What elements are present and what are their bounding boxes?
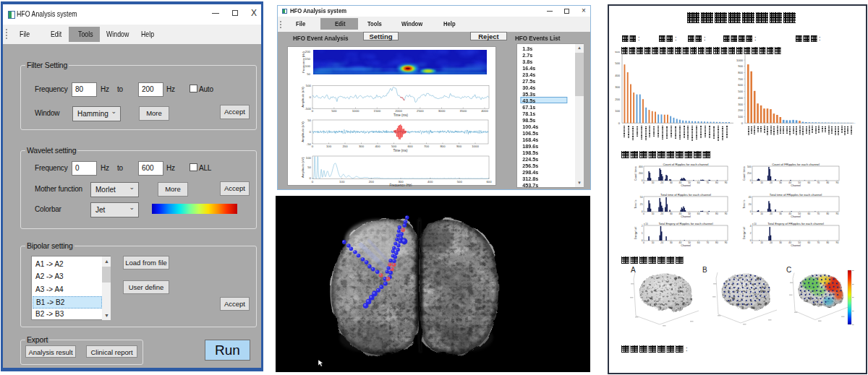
- svg-text:20: 20: [770, 212, 773, 215]
- svg-text:100: 100: [306, 156, 312, 160]
- svg-text:50: 50: [798, 212, 801, 215]
- svg-text:80: 80: [715, 241, 718, 244]
- svg-text:50: 50: [688, 241, 691, 244]
- svg-text:90: 90: [836, 212, 839, 215]
- svg-text:200: 200: [369, 180, 375, 184]
- svg-text:70: 70: [706, 212, 709, 215]
- svg-text:20: 20: [770, 181, 773, 184]
- svg-text:50: 50: [307, 118, 311, 122]
- svg-text:B: B: [702, 266, 707, 274]
- svg-text:80: 80: [826, 181, 829, 184]
- svg-text:50: 50: [688, 212, 691, 215]
- svg-text:0: 0: [618, 121, 621, 125]
- svg-text:40: 40: [788, 181, 791, 184]
- svg-text:0: 0: [642, 210, 643, 213]
- svg-text:20: 20: [660, 241, 663, 244]
- svg-text:70: 70: [706, 241, 709, 244]
- svg-text:30: 30: [670, 241, 673, 244]
- svg-text:0: 0: [752, 181, 753, 184]
- svg-text:10: 10: [760, 181, 763, 184]
- svg-text:0: 0: [312, 145, 314, 148]
- svg-text:500: 500: [738, 90, 743, 93]
- svg-text:80: 80: [826, 241, 829, 244]
- svg-text:40: 40: [749, 196, 752, 199]
- svg-text:x 10: x 10: [644, 223, 648, 225]
- svg-text:0: 0: [310, 95, 312, 99]
- svg-text:3500: 3500: [460, 109, 467, 113]
- svg-text:Channel: Channel: [791, 244, 801, 247]
- svg-text:2500: 2500: [417, 109, 424, 113]
- svg-text:Count of FRipples for each cha: Count of FRipples for each channel: [772, 163, 820, 166]
- svg-text:500: 500: [457, 180, 463, 184]
- svg-text:70: 70: [817, 212, 820, 215]
- svg-text:Energy / uV: Energy / uV: [743, 226, 746, 239]
- svg-text:50: 50: [307, 72, 310, 76]
- svg-text:200: 200: [639, 172, 643, 175]
- svg-text:Time (ms): Time (ms): [393, 149, 408, 152]
- svg-text:0: 0: [312, 180, 314, 184]
- svg-text:600: 600: [486, 180, 492, 184]
- svg-text:700: 700: [424, 145, 430, 148]
- svg-text:Channel: Channel: [791, 184, 801, 187]
- svg-text:30: 30: [779, 181, 782, 184]
- svg-text:80: 80: [715, 181, 718, 184]
- svg-text:0: 0: [642, 179, 643, 182]
- svg-text:0: 0: [750, 179, 752, 182]
- svg-text:80: 80: [826, 212, 829, 215]
- svg-text:400: 400: [615, 74, 620, 77]
- svg-text:700: 700: [738, 77, 743, 81]
- svg-text:80: 80: [715, 212, 718, 215]
- svg-text:1500: 1500: [374, 109, 381, 113]
- svg-text:4000: 4000: [481, 109, 488, 113]
- svg-text:50: 50: [798, 181, 801, 184]
- svg-text:500: 500: [331, 109, 337, 113]
- svg-text:Channel: Channel: [681, 244, 691, 247]
- svg-text:150: 150: [305, 57, 311, 61]
- svg-text:Amplitude (uV): Amplitude (uV): [301, 157, 305, 178]
- svg-text:30: 30: [670, 212, 673, 215]
- svg-text:70: 70: [706, 181, 709, 184]
- svg-text:60: 60: [697, 181, 700, 184]
- svg-text:800: 800: [440, 145, 446, 148]
- svg-text:90: 90: [836, 241, 839, 244]
- svg-text:900: 900: [456, 145, 462, 148]
- svg-text:Total time of Ripples for each: Total time of Ripples for each channel: [660, 194, 711, 197]
- svg-text:300: 300: [398, 180, 404, 184]
- svg-text:1000: 1000: [352, 109, 359, 113]
- svg-text:0: 0: [752, 241, 753, 244]
- svg-text:2: 2: [750, 232, 752, 235]
- svg-text:2: 2: [642, 225, 643, 228]
- svg-text:30: 30: [779, 212, 782, 215]
- svg-text:500: 500: [306, 84, 312, 87]
- svg-text:2000: 2000: [395, 109, 402, 113]
- svg-text:Count of Ripples for each chan: Count of Ripples for each channel: [663, 163, 708, 166]
- svg-text:10: 10: [760, 241, 763, 244]
- svg-text:0: 0: [752, 212, 753, 215]
- svg-text:Count / times: Count / times: [743, 166, 746, 181]
- svg-text:40: 40: [788, 241, 791, 244]
- svg-text:0: 0: [310, 130, 312, 134]
- svg-text:70: 70: [817, 181, 820, 184]
- svg-text:1: 1: [642, 232, 643, 235]
- svg-text:0: 0: [750, 210, 752, 213]
- svg-text:400: 400: [427, 180, 433, 184]
- svg-text:30: 30: [779, 241, 782, 244]
- svg-text:50: 50: [688, 181, 691, 184]
- svg-text:100: 100: [326, 145, 332, 148]
- svg-text:40: 40: [679, 181, 682, 184]
- svg-text:500: 500: [615, 61, 620, 65]
- svg-text:10: 10: [652, 212, 655, 215]
- svg-text:90: 90: [725, 181, 728, 184]
- svg-text:10: 10: [652, 241, 655, 244]
- svg-text:1000: 1000: [736, 59, 744, 62]
- svg-text:0: 0: [741, 121, 744, 125]
- svg-text:400: 400: [375, 145, 380, 148]
- svg-text:40: 40: [679, 241, 682, 244]
- svg-text:x 10: x 10: [752, 223, 757, 225]
- svg-text:Channel: Channel: [681, 184, 691, 187]
- svg-text:-500: -500: [305, 107, 311, 111]
- svg-text:0: 0: [643, 181, 644, 184]
- svg-text:200: 200: [615, 98, 620, 101]
- svg-text:Amplitude (uV): Amplitude (uV): [301, 121, 305, 142]
- svg-text:Total Engery of FRipples for e: Total Engery of FRipples for each channe…: [767, 223, 824, 225]
